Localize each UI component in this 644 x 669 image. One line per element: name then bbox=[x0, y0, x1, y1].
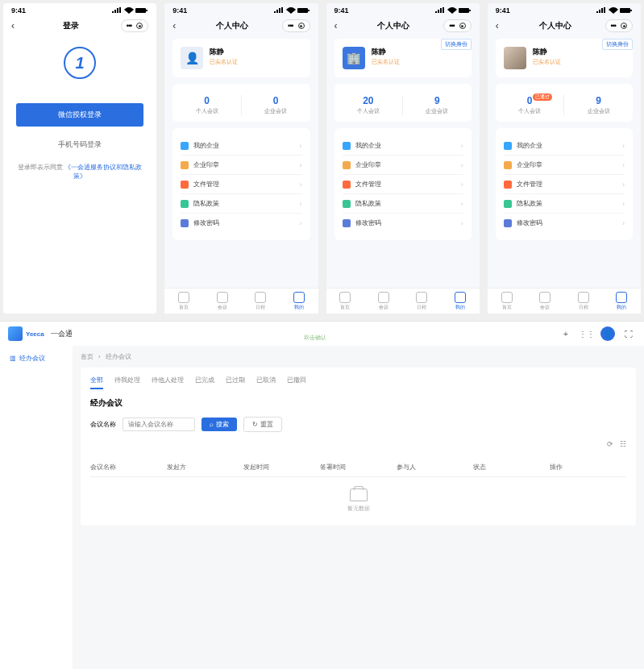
doc-icon: ▥ bbox=[10, 355, 16, 362]
menu-item-icon bbox=[181, 161, 189, 169]
menu-item[interactable]: 企业印章› bbox=[181, 155, 301, 174]
back-icon[interactable]: ‹ bbox=[334, 20, 344, 31]
tab-label: 首页 bbox=[488, 304, 526, 311]
filter-tab[interactable]: 已取消 bbox=[256, 376, 276, 389]
user-card[interactable]: 🏢 陈静已实名认证 切换身份 bbox=[334, 39, 472, 77]
stat-personal[interactable]: 0个人会议 bbox=[172, 95, 242, 115]
content-panel: 全部待我处理待他人处理已完成已过期已取消已撤回 经办会议 会议名称 ⌕ 搜索 ↻… bbox=[81, 368, 636, 526]
avatar-photo bbox=[504, 47, 526, 69]
tab-1[interactable]: 会议 bbox=[526, 289, 564, 314]
tab-0[interactable]: 首页 bbox=[326, 289, 365, 314]
menu-item[interactable]: 企业印章› bbox=[343, 155, 463, 174]
tab-0[interactable]: 首页 bbox=[164, 289, 203, 314]
wechat-login-button[interactable]: 微信授权登录 bbox=[16, 103, 143, 127]
stat-personal[interactable]: 20个人会议 bbox=[334, 95, 404, 115]
miniprogram-capsule[interactable]: ••• bbox=[282, 19, 310, 32]
user-card[interactable]: 👤 陈静已实名认证 bbox=[172, 39, 310, 77]
user-avatar-icon[interactable]: 👤 bbox=[600, 326, 615, 341]
menu-item[interactable]: 隐私政策› bbox=[504, 193, 625, 213]
menu-item[interactable]: 文件管理› bbox=[181, 174, 301, 193]
menu-item[interactable]: 我的企业› bbox=[343, 136, 463, 155]
filter-tab[interactable]: 待他人处理 bbox=[152, 376, 184, 389]
stat-personal[interactable]: 已通过0个人会议 bbox=[496, 95, 565, 115]
tab-2[interactable]: 日程 bbox=[241, 289, 280, 314]
chevron-right-icon: › bbox=[461, 142, 463, 150]
menu-item[interactable]: 修改密码› bbox=[504, 213, 625, 232]
tab-icon bbox=[339, 292, 351, 303]
tab-icon bbox=[217, 292, 228, 303]
stat-company[interactable]: 9企业会议 bbox=[403, 95, 472, 115]
phone-login-button[interactable]: 手机号码登录 bbox=[16, 133, 143, 156]
expand-icon[interactable]: ⛶ bbox=[621, 326, 636, 341]
back-icon[interactable]: ‹ bbox=[172, 20, 182, 31]
chevron-right-icon: › bbox=[622, 142, 625, 150]
filter-tab[interactable]: 全部 bbox=[90, 376, 103, 389]
menu-item[interactable]: 修改密码› bbox=[343, 213, 463, 232]
miniprogram-capsule[interactable]: ••• bbox=[443, 19, 471, 32]
reset-button[interactable]: ↻ 重置 bbox=[243, 417, 282, 432]
menu-item[interactable]: 我的企业› bbox=[504, 136, 625, 155]
tab-2[interactable]: 日程 bbox=[403, 289, 442, 314]
crumb-home[interactable]: 首页 bbox=[81, 352, 93, 361]
desktop-app: Yeeca 一会通 双击确认 + ⋮⋮ 👤 ⛶ ▥经办会议 首页 › 经办会议 … bbox=[0, 321, 644, 669]
tab-label: 会议 bbox=[203, 304, 242, 311]
main-content: 首页 › 经办会议 全部待我处理待他人处理已完成已过期已取消已撤回 经办会议 会… bbox=[73, 346, 644, 669]
back-icon[interactable]: ‹ bbox=[11, 20, 21, 31]
table-col-header: 发起时间 bbox=[243, 463, 320, 472]
menu-item-label: 隐私政策 bbox=[517, 199, 542, 208]
tab-label: 会议 bbox=[364, 304, 403, 311]
stats-card: 20个人会议 9企业会议 bbox=[334, 84, 472, 122]
menu-item[interactable]: 我的企业› bbox=[181, 136, 301, 155]
tab-label: 日程 bbox=[564, 304, 603, 311]
menu-item[interactable]: 隐私政策› bbox=[181, 193, 301, 213]
tab-1[interactable]: 会议 bbox=[364, 289, 403, 314]
table-col-header: 状态 bbox=[473, 463, 550, 472]
menu-item-label: 我的企业 bbox=[355, 141, 381, 150]
menu-item-label: 文件管理 bbox=[355, 180, 381, 189]
miniprogram-capsule[interactable]: ••• bbox=[605, 19, 633, 32]
close-icon[interactable] bbox=[136, 23, 143, 29]
more-icon[interactable]: ••• bbox=[127, 22, 131, 30]
back-icon[interactable]: ‹ bbox=[496, 20, 505, 31]
menu-item[interactable]: 企业印章› bbox=[504, 155, 625, 174]
agreement-link[interactable]: 《一会通服务协议和隐私政策》 bbox=[64, 164, 142, 180]
menu-item[interactable]: 文件管理› bbox=[343, 174, 463, 193]
tab-label: 我的 bbox=[280, 304, 318, 311]
stat-company[interactable]: 9企业会议 bbox=[564, 95, 633, 115]
miniprogram-capsule[interactable]: ••• bbox=[121, 19, 148, 32]
tab-label: 我的 bbox=[441, 304, 480, 311]
tab-0[interactable]: 首页 bbox=[488, 289, 526, 314]
tab-3[interactable]: 我的 bbox=[602, 289, 641, 314]
menu-item[interactable]: 修改密码› bbox=[181, 213, 301, 232]
apps-icon[interactable]: ⋮⋮ bbox=[580, 326, 594, 341]
menu-item-icon bbox=[504, 142, 512, 150]
inbox-icon bbox=[350, 488, 368, 501]
menu-item[interactable]: 隐私政策› bbox=[343, 193, 463, 213]
add-icon[interactable]: + bbox=[559, 326, 573, 341]
search-button[interactable]: ⌕ 搜索 bbox=[202, 418, 237, 431]
columns-icon[interactable]: ☷ bbox=[620, 440, 626, 448]
tab-2[interactable]: 日程 bbox=[564, 289, 603, 314]
sidebar-item-managed[interactable]: ▥经办会议 bbox=[5, 351, 68, 366]
filter-tab[interactable]: 已完成 bbox=[195, 376, 214, 389]
brand-logo[interactable]: Yeeca bbox=[8, 326, 44, 341]
cube-icon bbox=[8, 326, 23, 341]
status-bar: 9:41 bbox=[3, 3, 156, 16]
tab-1[interactable]: 会议 bbox=[203, 289, 242, 314]
switch-identity-button[interactable]: 切换身份 bbox=[602, 39, 633, 50]
filter-tab[interactable]: 待我处理 bbox=[114, 376, 140, 389]
user-card[interactable]: 陈静已实名认证 切换身份 bbox=[496, 39, 633, 77]
refresh-icon[interactable]: ⟳ bbox=[607, 440, 613, 448]
stat-company[interactable]: 0企业会议 bbox=[242, 95, 310, 115]
filter-tab[interactable]: 已撤回 bbox=[287, 376, 306, 389]
status-time: 9:41 bbox=[11, 6, 26, 15]
menu-item[interactable]: 文件管理› bbox=[504, 174, 625, 193]
chevron-right-icon: › bbox=[622, 200, 625, 208]
menu-item-icon bbox=[343, 219, 351, 227]
search-label: 会议名称 bbox=[90, 420, 116, 429]
search-input[interactable] bbox=[123, 418, 195, 431]
tab-3[interactable]: 我的 bbox=[441, 289, 480, 314]
switch-identity-button[interactable]: 切换身份 bbox=[441, 39, 472, 50]
tab-3[interactable]: 我的 bbox=[280, 289, 318, 314]
filter-tab[interactable]: 已过期 bbox=[226, 376, 245, 389]
